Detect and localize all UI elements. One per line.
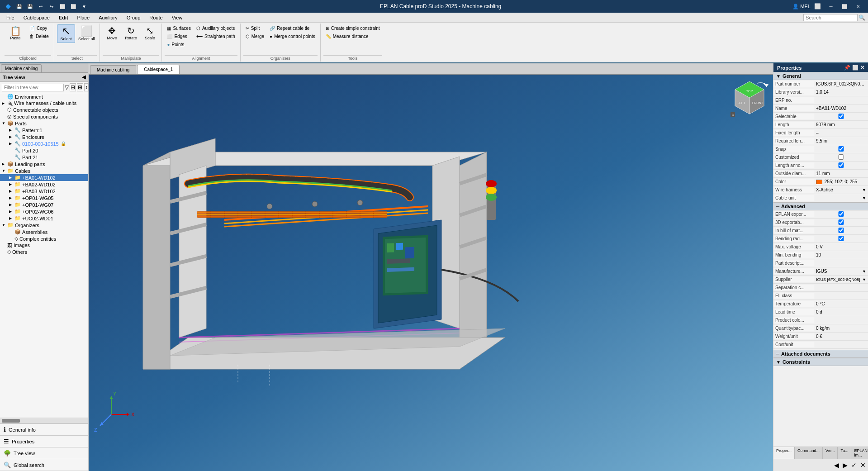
tree-item-part20[interactable]: 🔧 Part:20 [0,147,88,154]
tree-item-cables[interactable]: ▼ 📁 Cables [0,167,88,174]
props-pin-icon[interactable]: 📌 [844,65,850,71]
tree-arrow-organizers[interactable]: ▼ [2,223,7,227]
library-version-value[interactable]: 1.0.14 [814,89,868,95]
tree-item-assemblies[interactable]: 📦 Assemblies [0,228,88,235]
wire-harness-value[interactable]: X-Achse ▼ [814,187,868,193]
create-constraint-button[interactable]: ⊞ Create simple constraint [323,24,382,32]
weight-unit-value[interactable]: 0 € [814,333,868,339]
tab-view[interactable]: Vie... [823,447,838,459]
supplier-value[interactable]: IGUS [6FX_002-8QN08] ▼ [814,277,868,282]
tree-view-icon-1[interactable]: ⊟ [70,83,76,91]
tab-machine-cabling[interactable]: Machine cabling [1,64,42,72]
tree-arrow-pattern1[interactable]: ▶ [9,128,14,132]
menu-route[interactable]: Route [145,13,167,23]
wire-harness-dropdown[interactable]: ▼ [862,188,866,192]
title-btn-2[interactable]: 💾 [25,2,34,11]
undo-btn[interactable]: ↩ [36,2,45,11]
tree-horizontal-scrollbar[interactable] [0,418,88,423]
eplan-export-checkbox[interactable] [816,211,866,217]
customized-checkbox[interactable] [816,154,866,160]
split-button[interactable]: ✂ Split [243,24,266,32]
props-expand-icon[interactable]: ⬜ [852,65,859,71]
tree-arrow-leading[interactable]: ▶ [2,162,7,166]
el-class-value[interactable] [814,295,868,296]
tree-item-images[interactable]: 🖼 Images [0,242,88,248]
general-section-header[interactable]: ▼ General [773,72,868,80]
tree-item-part21[interactable]: 🔧 Part:21 [0,154,88,161]
tree-item-op01-wg05[interactable]: ▶ 📁 +OP01-WG05 [0,195,88,201]
tree-item-environment[interactable]: 🌐 Environment [0,93,88,100]
menu-view[interactable]: View [167,13,187,23]
rotate-button[interactable]: ↻ Rotate [122,24,140,42]
select-button[interactable]: ↖ Select [57,24,75,43]
props-action-btn-2[interactable]: ▶ [842,461,849,470]
edges-button[interactable]: ⬜ Edges [165,33,193,40]
lead-time-value[interactable]: 0 d [814,309,868,315]
bill-of-mat-checkbox[interactable] [816,228,866,233]
navigation-cube[interactable]: TOP FRONT LEFT ⌂ [730,78,769,118]
fixed-length-value[interactable]: – [814,130,868,136]
scale-button[interactable]: ⤡ Scale [141,24,159,42]
tree-view-button[interactable]: 🌳 Tree view [0,447,88,459]
tree-arrow-0100[interactable]: ▶ [9,142,14,146]
3d-export-checkbox[interactable] [816,219,866,225]
tree-arrow-uc02[interactable]: ▶ [9,216,14,220]
separation-class-value[interactable] [814,287,868,288]
selectable-value[interactable] [814,113,868,120]
length-anno-checkbox[interactable] [816,162,866,168]
tree-arrow-parts[interactable]: ▼ [2,121,7,125]
outside-diam-value[interactable]: 11 mm [814,171,868,176]
tree-arrow-ba01[interactable]: ▶ [9,176,14,180]
tree-item-leading-parts[interactable]: ▶ 📦 Leading parts [0,161,88,167]
tab-properties[interactable]: Proper... [773,447,795,459]
color-value[interactable]: 255; 102; 0; 255 [814,179,868,185]
tab-machine-cabling-viewport[interactable]: Machine cabling [90,65,136,74]
tree-item-connectable[interactable]: ⬡ Connectable objects [0,106,88,113]
advanced-section-header[interactable]: ─ Advanced [773,202,868,210]
menu-cablespace[interactable]: Cablespace [19,13,54,23]
general-info-button[interactable]: ℹ General info [0,424,88,436]
tree-item-uc02-wd01[interactable]: ▶ 📁 +UC02-WD01 [0,215,88,222]
viewport-3d[interactable]: Machine cabling Cablespace_1 [89,63,773,471]
tree-item-op02-wg06[interactable]: ▶ 📁 +OP02-WG06 [0,208,88,215]
customized-value[interactable] [814,154,868,161]
move-button[interactable]: ✥ Move [103,24,121,42]
manufacturer-dropdown[interactable]: ▼ [862,269,866,274]
menu-group[interactable]: Group [122,13,145,23]
tree-item-complex[interactable]: ◇ Complex entities [0,235,88,242]
tree-arrow-op01wg05[interactable]: ▶ [9,196,14,200]
quantity-pac-value[interactable]: 0 kg/m [814,325,868,331]
tree-arrow-ba03[interactable]: ▶ [9,189,14,193]
repeat-cable-tie-button[interactable]: 🔗 Repeat cable tie [267,24,318,32]
tree-view-icon-2[interactable]: ⊞ [77,83,83,91]
merge-control-points-button[interactable]: ● Merge control points [267,33,318,40]
temperature-value[interactable]: 0 °C [814,301,868,307]
tree-arrow-ba02[interactable]: ▶ [9,182,14,186]
menu-place[interactable]: Place [73,13,95,23]
props-action-btn-4[interactable]: ✕ [859,461,867,470]
aux-objects-button[interactable]: ⬡ Auxiliary objects [194,24,237,32]
selectable-checkbox[interactable] [816,114,866,119]
menu-file[interactable]: File [2,13,19,23]
product-color-value[interactable] [814,320,868,321]
measure-distance-button[interactable]: 📏 Measure distance [323,33,382,40]
tree-item-enclosure[interactable]: ▶ 🔧 Enclosure [0,133,88,140]
search-input[interactable] [803,14,858,21]
tab-command[interactable]: Command... [795,447,823,459]
bending-rad-value[interactable] [814,235,868,243]
manufacturer-value[interactable]: IGUS ▼ [814,268,868,274]
tree-item-op01-wg07[interactable]: ▶ 📁 +OP01-WG07 [0,201,88,208]
snap-value[interactable] [814,146,868,153]
tree-item-wire-harnesses[interactable]: ▶ 🔌 Wire harnesses / cable units [0,100,88,106]
redo-btn[interactable]: ↪ [47,2,56,11]
cable-unit-dropdown[interactable]: ▼ [862,196,866,200]
min-bending-value[interactable]: 10 [814,252,868,258]
title-btn-1[interactable]: 💾 [14,2,24,11]
close-btn[interactable]: ✕ [852,2,864,11]
part-description-value[interactable] [814,263,868,264]
straighten-button[interactable]: ⟵ Straighten path [194,33,237,40]
cost-unit-value[interactable] [814,344,868,345]
length-value[interactable]: 9079 mm [814,122,868,128]
search-icon[interactable]: 🔍 [858,14,866,22]
3d-export-value[interactable] [814,219,868,226]
